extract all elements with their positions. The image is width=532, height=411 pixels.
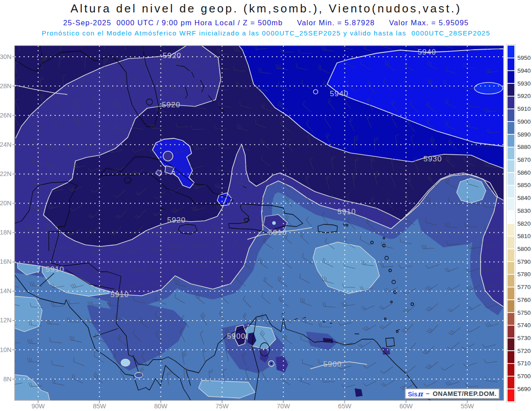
contour-label-5910-7: 5910 — [268, 228, 287, 237]
colorbar-segment-8 — [507, 147, 515, 160]
colorbar-label-5800: 5800 — [517, 246, 531, 252]
contour-label-5910-8: 5910 — [46, 265, 64, 274]
lon-label-70W: 70W — [277, 403, 290, 410]
branding-org-label: ONAMET/REP.DOM. — [433, 390, 497, 397]
weather-map-screenshot: Altura del nivel de geop. (km,somb.), Vi… — [0, 0, 532, 411]
colorbar-segment-4 — [507, 96, 515, 109]
colorbar-label-5820: 5820 — [517, 220, 531, 227]
region-light-atlantic-blob — [457, 178, 486, 203]
colorbar-label-5810: 5810 — [517, 233, 531, 239]
colorbar-label-5940: 5940 — [517, 67, 531, 74]
lon-label-90W: 90W — [31, 403, 45, 410]
colorbar-label-5740: 5740 — [517, 322, 531, 329]
lat-label-20N: 20N — [0, 200, 12, 207]
colorbar-label-5890: 5890 — [517, 131, 531, 138]
lat-label-22N: 22N — [0, 170, 12, 177]
contour-label-5930-4: 5930 — [423, 155, 442, 163]
region-cuba-hole-1 — [163, 151, 173, 161]
map-svg: 5920594059405920593059105920591059105910… — [0, 0, 532, 411]
colorbar-label-5920: 5920 — [517, 93, 531, 99]
colorbar-segment-22 — [507, 325, 515, 338]
region-lighter-ring-costa — [121, 359, 130, 366]
colorbar-label-5730: 5730 — [517, 335, 531, 341]
colorbar-segment-0 — [507, 45, 515, 58]
colorbar-label-5850: 5850 — [517, 182, 531, 188]
sispi-branding-box: Sisπ − ONAMET/REP.DOM. — [405, 388, 500, 399]
colorbar-segment-1 — [507, 58, 515, 71]
colorbar-label-5930: 5930 — [517, 80, 531, 87]
colorbar-label-5720: 5720 — [517, 348, 531, 354]
colorbar-label-5840: 5840 — [517, 195, 531, 201]
lon-label-80W: 80W — [154, 403, 168, 410]
region-bullseye-center — [270, 363, 272, 364]
contour-label-5910-5: 5910 — [337, 207, 356, 216]
contour-label-5940-2: 5940 — [330, 90, 348, 98]
colorbar-segment-26 — [507, 376, 515, 389]
pi-symbol: π — [418, 390, 423, 398]
colorbar-label-5710: 5710 — [517, 360, 531, 367]
colorbar-segment-5 — [507, 109, 515, 122]
branding-separator: − — [426, 390, 429, 397]
lat-label-8N: 8N — [3, 376, 12, 383]
sispi-logo-text: Sis — [408, 391, 418, 398]
colorbar-segment-27 — [507, 389, 515, 402]
shaded-regions — [13, 46, 504, 400]
region-lighter-dot-hispaniola — [272, 221, 276, 225]
contour-label-5910-9: 5910 — [110, 290, 129, 299]
lon-label-65W: 65W — [338, 403, 352, 410]
contour-label-5900-11: 5900 — [323, 360, 342, 368]
lat-label-30N: 30N — [0, 53, 12, 60]
colorbar-segment-23 — [507, 338, 515, 351]
colorbar-segment-10 — [507, 172, 515, 185]
colorbar-segment-25 — [507, 364, 515, 376]
colorbar-segment-19 — [507, 287, 515, 300]
colorbar-segment-2 — [507, 70, 515, 83]
colorbar-legend: 5950594059305920591059005890588058705860… — [507, 45, 531, 403]
colorbar-label-5690: 5690 — [517, 386, 531, 392]
lat-label-26N: 26N — [0, 112, 12, 119]
colorbar-segment-17 — [507, 262, 515, 274]
colorbar-label-5900: 5900 — [517, 118, 531, 125]
lon-label-85W: 85W — [93, 403, 106, 410]
lat-label-24N: 24N — [0, 141, 12, 148]
colorbar-segment-21 — [507, 313, 515, 325]
colorbar-label-5860: 5860 — [517, 169, 531, 176]
contour-label-5900-10: 5900 — [227, 332, 246, 341]
lat-label-18N: 18N — [0, 229, 12, 236]
colorbar-segment-9 — [507, 160, 515, 172]
contour-label-5920-6: 5920 — [167, 216, 186, 224]
contour-label-5920-0: 5920 — [163, 51, 181, 60]
region-light-guyana — [199, 380, 255, 398]
lon-label-55W: 55W — [461, 403, 474, 410]
colorbar-label-5770: 5770 — [517, 284, 531, 290]
colorbar-segment-14 — [507, 223, 515, 236]
lat-label-10N: 10N — [0, 346, 12, 353]
lat-label-12N: 12N — [0, 317, 12, 324]
colorbar-segment-18 — [507, 274, 515, 287]
contour-label-5920-3: 5920 — [162, 101, 180, 109]
lon-label-75W: 75W — [215, 403, 229, 410]
colorbar-label-5870: 5870 — [517, 157, 531, 163]
colorbar-segment-7 — [507, 134, 515, 147]
colorbar-label-5760: 5760 — [517, 297, 531, 303]
colorbar-label-5950: 5950 — [517, 55, 531, 61]
lat-label-28N: 28N — [0, 82, 12, 90]
region-5950-plus-spot — [474, 82, 503, 94]
colorbar-label-5880: 5880 — [517, 144, 531, 150]
colorbar-label-5750: 5750 — [517, 309, 531, 316]
colorbar-label-5790: 5790 — [517, 258, 531, 265]
lon-label-60W: 60W — [399, 403, 413, 410]
colorbar-segment-20 — [507, 300, 515, 313]
lat-label-14N: 14N — [0, 287, 12, 294]
colorbar-label-5830: 5830 — [517, 207, 531, 214]
colorbar-label-5910: 5910 — [517, 106, 531, 112]
colorbar-segment-6 — [507, 121, 515, 134]
colorbar-segment-12 — [507, 198, 515, 211]
colorbar-segment-3 — [507, 83, 515, 96]
colorbar-segment-24 — [507, 351, 515, 364]
lat-label-16N: 16N — [0, 258, 12, 265]
colorbar-segment-16 — [507, 249, 515, 262]
colorbar-segment-13 — [507, 211, 515, 223]
colorbar-segment-15 — [507, 236, 515, 249]
contour-label-5940-1: 5940 — [418, 48, 436, 56]
